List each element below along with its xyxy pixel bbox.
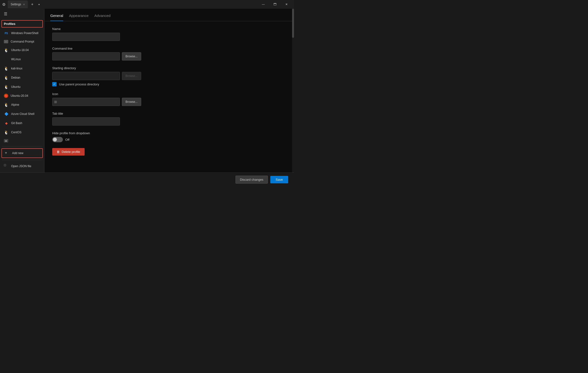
icon-browse-button[interactable]: Browse...	[122, 98, 141, 106]
profiles-label: Profiles	[4, 22, 15, 26]
ssh-icon: ▦	[4, 139, 8, 142]
command-prompt-icon: ▪	[4, 40, 8, 43]
hide-profile-form-group: Hide profile from dropdown Off	[52, 131, 286, 142]
discard-changes-button[interactable]: Discard changes	[235, 176, 268, 184]
name-form-group: Name	[52, 27, 286, 41]
scroll-track	[292, 9, 294, 172]
ubuntu-icon: 🐧	[4, 85, 9, 89]
content-area: Name Command line Browse... Starting dir…	[44, 21, 294, 172]
close-button[interactable]: ✕	[281, 0, 292, 8]
toggle-label: Off	[65, 138, 69, 141]
git-bash-icon: ◆	[4, 121, 9, 126]
command-line-input[interactable]	[52, 52, 120, 61]
name-label: Name	[52, 27, 286, 31]
command-line-browse-button[interactable]: Browse...	[122, 52, 141, 61]
alpine-icon: 🐧	[4, 102, 9, 107]
add-new-label: Add new	[12, 151, 23, 155]
kali-icon: 🐧	[4, 66, 9, 71]
bottom-bar: Discard changes Save	[0, 172, 294, 187]
toggle-knob	[53, 138, 57, 141]
sidebar-item-label: Azure Cloud Shell	[11, 112, 34, 116]
starting-directory-input[interactable]	[52, 72, 120, 80]
json-icon: { }	[4, 164, 9, 169]
new-tab-button[interactable]: +	[28, 0, 36, 8]
sidebar-item-kali-linux[interactable]: 🐧 kali-linux	[1, 64, 43, 73]
starting-directory-browse-button[interactable]: Browse...	[122, 72, 141, 80]
toggle-container: Off	[52, 137, 286, 142]
name-input[interactable]	[52, 33, 120, 41]
title-bar: ⚙ Settings ✕ + ▾ — 🗖 ✕	[0, 0, 294, 9]
sidebar-item-label: WLinux	[11, 58, 21, 61]
sidebar-item-command-prompt[interactable]: ▪ Command Prompt	[1, 38, 43, 45]
tab-title-form-group: Tab title	[52, 112, 286, 126]
starting-directory-row: Browse...	[52, 72, 286, 80]
sidebar-item-debian[interactable]: 🐧 Debian	[1, 73, 43, 82]
sidebar-item-label: Alpine	[11, 103, 19, 107]
sidebar-divider	[2, 146, 42, 146]
ubuntu-20-icon: 🔴	[4, 94, 8, 98]
sidebar-item-label: CentOS	[11, 131, 21, 134]
tab-appearance[interactable]: Appearance	[69, 13, 88, 21]
icon-input[interactable]	[52, 98, 120, 106]
main-content: General Appearance Advanced Name Command…	[44, 9, 294, 172]
command-line-row: Browse...	[52, 52, 286, 61]
centos-icon: 🐧	[4, 130, 9, 135]
tab-bar: General Appearance Advanced	[44, 9, 294, 21]
sidebar: ☰ Profiles PS Windows PowerShell ▪ Comma…	[0, 9, 44, 172]
close-tab-icon[interactable]: ✕	[23, 3, 25, 6]
minimize-button[interactable]: —	[258, 0, 269, 8]
tab-general[interactable]: General	[50, 13, 63, 21]
sidebar-item-wlinux[interactable]: WLinux	[1, 55, 43, 64]
maximize-button[interactable]: 🗖	[269, 0, 281, 8]
use-parent-process-checkbox[interactable]: ✓	[52, 82, 57, 86]
starting-directory-label: Starting directory	[52, 66, 286, 70]
tab-title-input[interactable]	[52, 117, 120, 126]
app-layout: ☰ Profiles PS Windows PowerShell ▪ Comma…	[0, 9, 294, 172]
azure-icon: 🔷	[4, 112, 9, 116]
sidebar-item-ubuntu[interactable]: 🐧 Ubuntu	[1, 83, 43, 91]
settings-tab[interactable]: Settings ✕	[8, 0, 28, 8]
sidebar-item-label: Debian	[11, 76, 20, 79]
scroll-thumb[interactable]	[292, 9, 294, 38]
starting-directory-form-group: Starting directory Browse... ✓ Use paren…	[52, 66, 286, 86]
add-new-profile-button[interactable]: + Add new	[1, 148, 43, 158]
sidebar-item-label: Ubuntu	[11, 85, 21, 88]
sidebar-item-ssh[interactable]: ▦	[1, 137, 43, 144]
open-json-file-button[interactable]: { } Open JSON file	[1, 162, 43, 171]
icon-label: Icon	[52, 92, 286, 96]
sidebar-item-ubuntu-20[interactable]: 🔴 Ubuntu-20.04	[1, 92, 43, 100]
delete-profile-label: Delete profile	[62, 150, 80, 154]
add-new-icon: +	[5, 151, 10, 156]
use-parent-process-label: Use parent process directory	[59, 83, 99, 86]
hamburger-menu-button[interactable]: ☰	[0, 9, 44, 19]
dropdown-chevron-icon[interactable]: ▾	[36, 0, 42, 8]
icon-row: ⊞ Browse...	[52, 98, 286, 106]
tab-advanced[interactable]: Advanced	[94, 13, 110, 21]
delete-icon: 🗑	[57, 150, 60, 154]
ubuntu-18-icon: 🐧	[4, 48, 9, 53]
sidebar-item-centos[interactable]: 🐧 CentOS	[1, 128, 43, 137]
sidebar-item-label: Ubuntu-18.04	[11, 48, 29, 52]
sidebar-item-label: Ubuntu-20.04	[11, 94, 28, 97]
wlinux-icon	[4, 57, 9, 62]
profiles-section-header: Profiles	[1, 20, 43, 28]
sidebar-item-windows-powershell[interactable]: PS Windows PowerShell	[1, 29, 43, 37]
sidebar-item-git-bash[interactable]: ◆ Git Bash	[1, 119, 43, 128]
sidebar-item-label: Command Prompt	[11, 40, 34, 43]
sidebar-item-label: kali-linux	[11, 67, 22, 70]
open-json-label: Open JSON file	[11, 164, 31, 168]
settings-icon: ⚙	[2, 2, 6, 6]
sidebar-item-label: Windows PowerShell	[11, 32, 38, 35]
sidebar-item-azure-cloud-shell[interactable]: 🔷 Azure Cloud Shell	[1, 110, 43, 118]
powershell-icon: PS	[4, 31, 9, 36]
hide-profile-toggle[interactable]	[52, 137, 63, 142]
delete-profile-button[interactable]: 🗑 Delete profile	[52, 148, 85, 156]
tab-label: Settings	[11, 3, 21, 6]
icon-form-group: Icon ⊞ Browse...	[52, 92, 286, 106]
save-button[interactable]: Save	[270, 176, 288, 183]
sidebar-item-ubuntu-18[interactable]: 🐧 Ubuntu-18.04	[1, 46, 43, 54]
command-line-label: Command line	[52, 47, 286, 50]
sidebar-divider-2	[2, 160, 42, 160]
sidebar-item-alpine[interactable]: 🐧 Alpine	[1, 100, 43, 109]
icon-preview: ⊞	[54, 100, 57, 104]
